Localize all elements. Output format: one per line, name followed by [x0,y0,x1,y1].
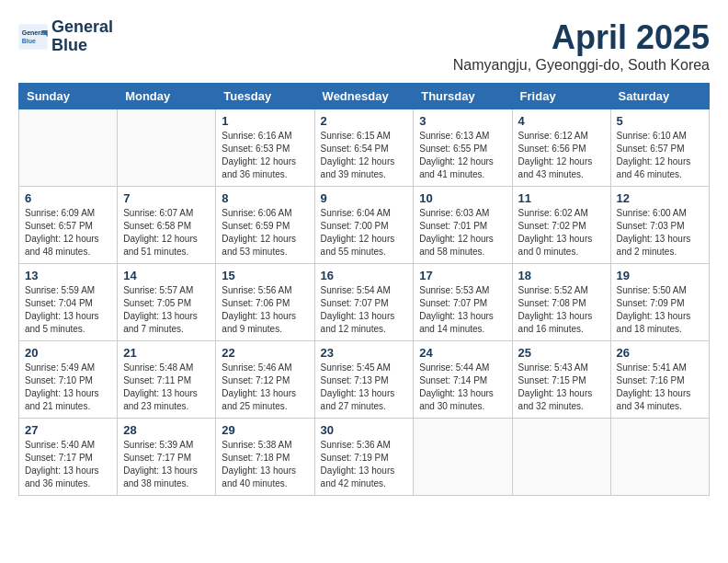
day-cell: 4Sunrise: 6:12 AM Sunset: 6:56 PM Daylig… [512,109,610,187]
day-info: Sunrise: 5:40 AM Sunset: 7:17 PM Dayligh… [25,439,111,490]
day-number: 20 [25,346,111,360]
day-cell [610,419,709,496]
day-info: Sunrise: 6:12 AM Sunset: 6:56 PM Dayligh… [518,130,605,181]
day-cell: 6Sunrise: 6:09 AM Sunset: 6:57 PM Daylig… [19,187,118,264]
day-number: 9 [321,191,408,205]
day-cell [414,419,512,496]
day-number: 10 [419,191,506,205]
day-info: Sunrise: 5:45 AM Sunset: 7:13 PM Dayligh… [321,362,408,413]
day-info: Sunrise: 6:16 AM Sunset: 6:53 PM Dayligh… [222,130,308,181]
day-cell: 27Sunrise: 5:40 AM Sunset: 7:17 PM Dayli… [19,419,118,496]
day-number: 19 [617,269,703,282]
day-number: 8 [222,191,308,205]
day-cell: 12Sunrise: 6:00 AM Sunset: 7:03 PM Dayli… [610,187,709,264]
day-cell: 21Sunrise: 5:48 AM Sunset: 7:11 PM Dayli… [118,341,216,419]
logo-name: General Blue [51,18,113,55]
week-row-3: 13Sunrise: 5:59 AM Sunset: 7:04 PM Dayli… [19,264,710,341]
day-cell: 9Sunrise: 6:04 AM Sunset: 7:00 PM Daylig… [314,187,414,264]
day-cell: 8Sunrise: 6:06 AM Sunset: 6:59 PM Daylig… [216,187,314,264]
day-number: 28 [123,423,210,437]
day-cell: 15Sunrise: 5:56 AM Sunset: 7:06 PM Dayli… [216,264,314,341]
day-info: Sunrise: 5:54 AM Sunset: 7:07 PM Dayligh… [321,284,408,336]
day-number: 7 [123,191,210,205]
day-cell: 23Sunrise: 5:45 AM Sunset: 7:13 PM Dayli… [314,341,414,419]
day-number: 1 [222,114,308,128]
weekday-header-tuesday: Tuesday [216,84,314,109]
day-number: 25 [518,346,605,360]
day-number: 27 [25,423,111,437]
day-info: Sunrise: 5:38 AM Sunset: 7:18 PM Dayligh… [222,439,308,490]
day-cell: 11Sunrise: 6:02 AM Sunset: 7:02 PM Dayli… [512,187,610,264]
week-row-5: 27Sunrise: 5:40 AM Sunset: 7:17 PM Dayli… [19,419,710,496]
day-number: 21 [123,346,210,360]
day-cell [118,109,216,187]
day-info: Sunrise: 5:52 AM Sunset: 7:08 PM Dayligh… [518,284,605,336]
weekday-header-friday: Friday [512,84,610,109]
day-number: 17 [419,269,506,282]
day-number: 29 [222,423,308,437]
day-cell: 10Sunrise: 6:03 AM Sunset: 7:01 PM Dayli… [414,187,512,264]
day-info: Sunrise: 5:36 AM Sunset: 7:19 PM Dayligh… [321,439,408,490]
day-number: 23 [321,346,408,360]
day-cell: 26Sunrise: 5:41 AM Sunset: 7:16 PM Dayli… [610,341,709,419]
weekday-header-monday: Monday [118,84,216,109]
day-cell: 22Sunrise: 5:46 AM Sunset: 7:12 PM Dayli… [216,341,314,419]
page-header: General Blue General Blue April 2025 Nam… [18,18,710,74]
week-row-4: 20Sunrise: 5:49 AM Sunset: 7:10 PM Dayli… [19,341,710,419]
logo-icon: General Blue [18,24,48,50]
day-info: Sunrise: 5:44 AM Sunset: 7:14 PM Dayligh… [419,362,506,413]
day-info: Sunrise: 6:00 AM Sunset: 7:03 PM Dayligh… [617,207,703,259]
day-number: 16 [321,269,408,282]
day-info: Sunrise: 5:57 AM Sunset: 7:05 PM Dayligh… [123,284,210,336]
day-cell [19,109,118,187]
day-info: Sunrise: 5:53 AM Sunset: 7:07 PM Dayligh… [419,284,506,336]
day-cell: 25Sunrise: 5:43 AM Sunset: 7:15 PM Dayli… [512,341,610,419]
weekday-header-sunday: Sunday [19,84,118,109]
day-info: Sunrise: 6:07 AM Sunset: 6:58 PM Dayligh… [123,207,210,259]
day-cell: 13Sunrise: 5:59 AM Sunset: 7:04 PM Dayli… [19,264,118,341]
day-number: 11 [518,191,605,205]
day-number: 22 [222,346,308,360]
day-number: 14 [123,269,210,282]
day-number: 6 [25,191,111,205]
weekday-header-wednesday: Wednesday [314,84,414,109]
day-info: Sunrise: 5:50 AM Sunset: 7:09 PM Dayligh… [617,284,703,336]
day-info: Sunrise: 6:15 AM Sunset: 6:54 PM Dayligh… [321,130,408,181]
day-number: 3 [419,114,506,128]
day-cell: 1Sunrise: 6:16 AM Sunset: 6:53 PM Daylig… [216,109,314,187]
day-cell: 28Sunrise: 5:39 AM Sunset: 7:17 PM Dayli… [118,419,216,496]
day-number: 4 [518,114,605,128]
day-number: 12 [617,191,703,205]
svg-rect-0 [18,24,48,50]
day-number: 5 [617,114,703,128]
day-number: 13 [25,269,111,282]
day-info: Sunrise: 5:48 AM Sunset: 7:11 PM Dayligh… [123,362,210,413]
day-number: 18 [518,269,605,282]
weekday-header-thursday: Thursday [414,84,512,109]
logo: General Blue General Blue [18,18,113,55]
week-row-1: 1Sunrise: 6:16 AM Sunset: 6:53 PM Daylig… [19,109,710,187]
day-info: Sunrise: 5:56 AM Sunset: 7:06 PM Dayligh… [222,284,308,336]
calendar-table: SundayMondayTuesdayWednesdayThursdayFrid… [18,83,710,496]
day-info: Sunrise: 6:02 AM Sunset: 7:02 PM Dayligh… [518,207,605,259]
day-cell: 3Sunrise: 6:13 AM Sunset: 6:55 PM Daylig… [414,109,512,187]
day-cell [512,419,610,496]
day-cell: 7Sunrise: 6:07 AM Sunset: 6:58 PM Daylig… [118,187,216,264]
month-title: April 2025 [453,18,710,57]
day-cell: 29Sunrise: 5:38 AM Sunset: 7:18 PM Dayli… [216,419,314,496]
day-cell: 30Sunrise: 5:36 AM Sunset: 7:19 PM Dayli… [314,419,414,496]
day-info: Sunrise: 6:09 AM Sunset: 6:57 PM Dayligh… [25,207,111,259]
day-info: Sunrise: 6:13 AM Sunset: 6:55 PM Dayligh… [419,130,506,181]
location-title: Namyangju, Gyeonggi-do, South Korea [453,57,710,74]
day-cell: 16Sunrise: 5:54 AM Sunset: 7:07 PM Dayli… [314,264,414,341]
day-cell: 2Sunrise: 6:15 AM Sunset: 6:54 PM Daylig… [314,109,414,187]
day-cell: 19Sunrise: 5:50 AM Sunset: 7:09 PM Dayli… [610,264,709,341]
day-number: 2 [321,114,408,128]
day-info: Sunrise: 5:39 AM Sunset: 7:17 PM Dayligh… [123,439,210,490]
day-number: 26 [617,346,703,360]
title-block: April 2025 Namyangju, Gyeonggi-do, South… [453,18,710,74]
week-row-2: 6Sunrise: 6:09 AM Sunset: 6:57 PM Daylig… [19,187,710,264]
day-info: Sunrise: 6:06 AM Sunset: 6:59 PM Dayligh… [222,207,308,259]
day-cell: 24Sunrise: 5:44 AM Sunset: 7:14 PM Dayli… [414,341,512,419]
svg-text:Blue: Blue [22,38,36,44]
